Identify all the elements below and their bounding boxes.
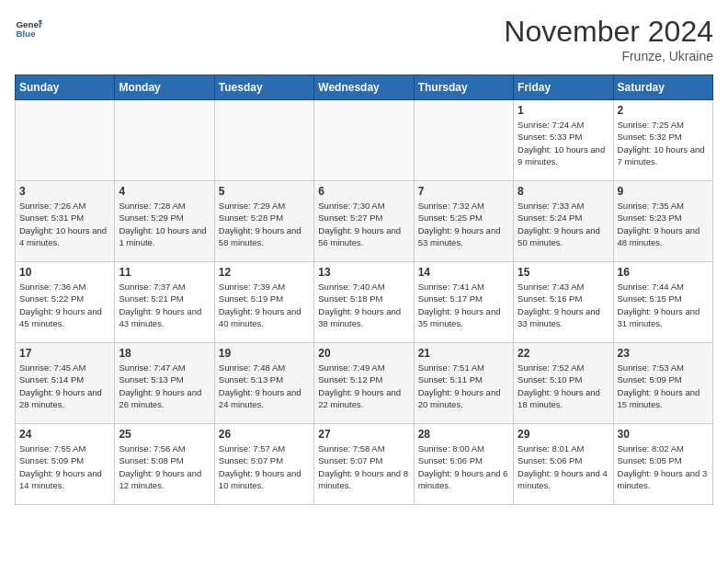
weekday-header: Tuesday — [214, 75, 313, 100]
day-number: 20 — [318, 347, 409, 360]
calendar-cell: 28Sunrise: 8:00 AM Sunset: 5:06 PM Dayli… — [414, 424, 513, 505]
day-number: 24 — [19, 428, 110, 441]
calendar-cell: 13Sunrise: 7:40 AM Sunset: 5:18 PM Dayli… — [314, 262, 414, 343]
day-number: 11 — [119, 266, 210, 279]
calendar-cell: 5Sunrise: 7:29 AM Sunset: 5:28 PM Daylig… — [214, 181, 313, 262]
day-number: 26 — [219, 428, 310, 441]
day-number: 10 — [19, 266, 110, 279]
weekday-header: Wednesday — [314, 75, 414, 100]
day-number: 6 — [318, 185, 409, 198]
day-info: Sunrise: 7:41 AM Sunset: 5:17 PM Dayligh… — [418, 281, 509, 329]
weekday-header: Friday — [514, 75, 613, 100]
weekday-header: Sunday — [16, 75, 115, 100]
calendar-cell: 25Sunrise: 7:56 AM Sunset: 5:08 PM Dayli… — [115, 424, 214, 505]
calendar-table: SundayMondayTuesdayWednesdayThursdayFrid… — [15, 75, 713, 505]
calendar-week-row: 17Sunrise: 7:45 AM Sunset: 5:14 PM Dayli… — [16, 343, 713, 424]
calendar-week-row: 3Sunrise: 7:26 AM Sunset: 5:31 PM Daylig… — [16, 181, 713, 262]
calendar-cell: 1Sunrise: 7:24 AM Sunset: 5:33 PM Daylig… — [514, 100, 613, 181]
calendar-cell: 11Sunrise: 7:37 AM Sunset: 5:21 PM Dayli… — [115, 262, 214, 343]
day-info: Sunrise: 8:00 AM Sunset: 5:06 PM Dayligh… — [418, 442, 509, 491]
day-info: Sunrise: 7:58 AM Sunset: 5:07 PM Dayligh… — [318, 442, 409, 491]
day-number: 15 — [518, 266, 609, 279]
day-info: Sunrise: 7:28 AM Sunset: 5:29 PM Dayligh… — [119, 200, 210, 248]
calendar-cell: 21Sunrise: 7:51 AM Sunset: 5:11 PM Dayli… — [414, 343, 513, 424]
calendar-cell — [414, 100, 513, 181]
day-info: Sunrise: 7:53 AM Sunset: 5:09 PM Dayligh… — [618, 362, 709, 410]
day-info: Sunrise: 7:32 AM Sunset: 5:25 PM Dayligh… — [418, 200, 509, 248]
calendar-cell: 24Sunrise: 7:55 AM Sunset: 5:09 PM Dayli… — [16, 424, 115, 505]
calendar-week-row: 24Sunrise: 7:55 AM Sunset: 5:09 PM Dayli… — [16, 424, 713, 505]
day-number: 27 — [318, 428, 409, 441]
calendar-cell: 15Sunrise: 7:43 AM Sunset: 5:16 PM Dayli… — [514, 262, 613, 343]
calendar-week-row: 10Sunrise: 7:36 AM Sunset: 5:22 PM Dayli… — [16, 262, 713, 343]
day-number: 29 — [518, 428, 609, 441]
weekday-header: Thursday — [414, 75, 513, 100]
day-info: Sunrise: 7:26 AM Sunset: 5:31 PM Dayligh… — [19, 200, 110, 248]
day-number: 7 — [418, 185, 509, 198]
calendar-cell: 16Sunrise: 7:44 AM Sunset: 5:15 PM Dayli… — [613, 262, 712, 343]
calendar-cell — [314, 100, 414, 181]
location: Frunze, Ukraine — [504, 49, 713, 63]
calendar-cell: 8Sunrise: 7:33 AM Sunset: 5:24 PM Daylig… — [514, 181, 613, 262]
svg-text:Blue: Blue — [17, 29, 37, 39]
calendar-cell: 7Sunrise: 7:32 AM Sunset: 5:25 PM Daylig… — [414, 181, 513, 262]
day-info: Sunrise: 7:57 AM Sunset: 5:07 PM Dayligh… — [219, 442, 310, 491]
calendar-cell: 4Sunrise: 7:28 AM Sunset: 5:29 PM Daylig… — [115, 181, 214, 262]
day-info: Sunrise: 7:55 AM Sunset: 5:09 PM Dayligh… — [19, 442, 110, 491]
calendar-cell: 22Sunrise: 7:52 AM Sunset: 5:10 PM Dayli… — [514, 343, 613, 424]
day-number: 12 — [219, 266, 310, 279]
day-number: 9 — [618, 185, 709, 198]
day-info: Sunrise: 7:45 AM Sunset: 5:14 PM Dayligh… — [19, 362, 110, 410]
day-info: Sunrise: 7:44 AM Sunset: 5:15 PM Dayligh… — [618, 281, 709, 329]
day-number: 14 — [418, 266, 509, 279]
calendar-cell: 10Sunrise: 7:36 AM Sunset: 5:22 PM Dayli… — [16, 262, 115, 343]
day-number: 5 — [219, 185, 310, 198]
day-info: Sunrise: 7:56 AM Sunset: 5:08 PM Dayligh… — [119, 442, 210, 491]
day-number: 22 — [518, 347, 609, 360]
calendar-cell — [115, 100, 214, 181]
calendar-cell: 2Sunrise: 7:25 AM Sunset: 5:32 PM Daylig… — [613, 100, 712, 181]
day-info: Sunrise: 7:47 AM Sunset: 5:13 PM Dayligh… — [119, 362, 210, 410]
page-header: General Blue November 2024 Frunze, Ukrai… — [15, 15, 713, 63]
day-info: Sunrise: 7:37 AM Sunset: 5:21 PM Dayligh… — [119, 281, 210, 329]
day-number: 17 — [19, 347, 110, 360]
calendar-cell: 6Sunrise: 7:30 AM Sunset: 5:27 PM Daylig… — [314, 181, 414, 262]
day-number: 23 — [618, 347, 709, 360]
day-number: 8 — [518, 185, 609, 198]
calendar-cell: 17Sunrise: 7:45 AM Sunset: 5:14 PM Dayli… — [16, 343, 115, 424]
day-info: Sunrise: 7:29 AM Sunset: 5:28 PM Dayligh… — [219, 200, 310, 248]
calendar-cell: 29Sunrise: 8:01 AM Sunset: 5:06 PM Dayli… — [514, 424, 613, 505]
calendar-cell: 19Sunrise: 7:48 AM Sunset: 5:13 PM Dayli… — [214, 343, 313, 424]
calendar-cell: 14Sunrise: 7:41 AM Sunset: 5:17 PM Dayli… — [414, 262, 513, 343]
day-info: Sunrise: 7:51 AM Sunset: 5:11 PM Dayligh… — [418, 362, 509, 410]
day-info: Sunrise: 7:33 AM Sunset: 5:24 PM Dayligh… — [518, 200, 609, 248]
calendar-week-row: 1Sunrise: 7:24 AM Sunset: 5:33 PM Daylig… — [16, 100, 713, 181]
day-number: 21 — [418, 347, 509, 360]
calendar-cell — [214, 100, 313, 181]
weekday-header-row: SundayMondayTuesdayWednesdayThursdayFrid… — [16, 75, 713, 100]
day-info: Sunrise: 7:49 AM Sunset: 5:12 PM Dayligh… — [318, 362, 409, 410]
calendar-cell: 12Sunrise: 7:39 AM Sunset: 5:19 PM Dayli… — [214, 262, 313, 343]
day-number: 2 — [618, 104, 709, 117]
day-number: 30 — [618, 428, 709, 441]
day-info: Sunrise: 8:02 AM Sunset: 5:05 PM Dayligh… — [618, 442, 709, 491]
title-block: November 2024 Frunze, Ukraine — [504, 15, 713, 63]
calendar-cell: 3Sunrise: 7:26 AM Sunset: 5:31 PM Daylig… — [16, 181, 115, 262]
day-number: 19 — [219, 347, 310, 360]
logo: General Blue — [15, 15, 42, 42]
day-number: 25 — [119, 428, 210, 441]
day-info: Sunrise: 7:35 AM Sunset: 5:23 PM Dayligh… — [618, 200, 709, 248]
day-info: Sunrise: 7:25 AM Sunset: 5:32 PM Dayligh… — [618, 119, 709, 167]
calendar-cell — [16, 100, 115, 181]
logo-icon: General Blue — [15, 15, 42, 42]
day-info: Sunrise: 8:01 AM Sunset: 5:06 PM Dayligh… — [518, 442, 609, 491]
month-title: November 2024 — [504, 15, 713, 49]
day-number: 3 — [19, 185, 110, 198]
day-number: 13 — [318, 266, 409, 279]
calendar-cell: 9Sunrise: 7:35 AM Sunset: 5:23 PM Daylig… — [613, 181, 712, 262]
day-number: 4 — [119, 185, 210, 198]
day-info: Sunrise: 7:48 AM Sunset: 5:13 PM Dayligh… — [219, 362, 310, 410]
weekday-header: Saturday — [613, 75, 712, 100]
calendar-cell: 23Sunrise: 7:53 AM Sunset: 5:09 PM Dayli… — [613, 343, 712, 424]
day-number: 18 — [119, 347, 210, 360]
